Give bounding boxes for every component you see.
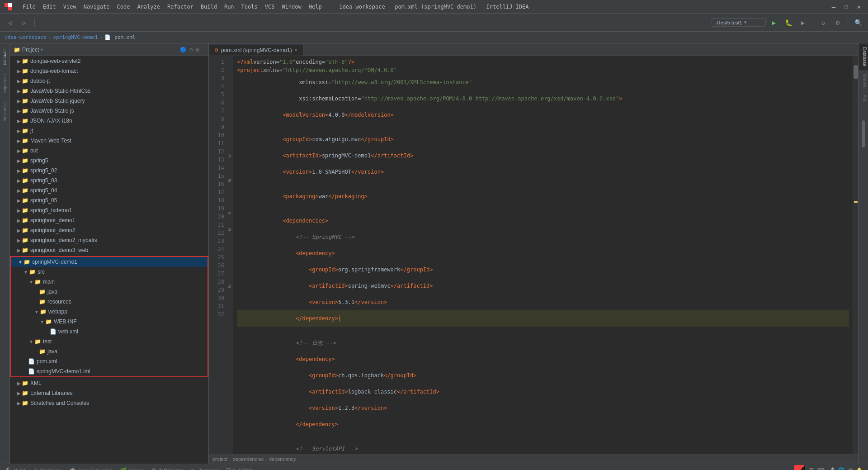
tree-item-spring5-03[interactable]: ▶ 📁 spring5_03	[10, 176, 208, 185]
run-configuration[interactable]: JTest5.test1 ▾	[712, 18, 766, 27]
menu-navigate[interactable]: Navigate	[84, 4, 110, 10]
breadcrumb-project[interactable]: project	[212, 456, 227, 462]
tree-item-webinf[interactable]: ▼ 📁 WEB-INF	[11, 317, 208, 327]
tree-item-springboot-demo2-mybatis[interactable]: ▶ 📁 springboot_demo2_mybatis	[10, 235, 208, 245]
update-button[interactable]: ↻	[817, 16, 830, 29]
breadcrumb-file[interactable]: pom.xml	[114, 34, 135, 40]
tree-item-xml[interactable]: ▶ 📁 XML	[10, 378, 208, 388]
breadcrumb-project[interactable]: springMVC-demo1	[53, 34, 98, 40]
breadcrumb-dependencies[interactable]: dependencies	[233, 456, 264, 462]
minimize-button[interactable]: —	[829, 3, 838, 10]
debug-button[interactable]: 🐛	[782, 16, 795, 29]
code-editor[interactable]: <?xml version="1.0" encoding="UTF-8"?> <…	[233, 56, 853, 454]
item-label: springboot_demo1	[30, 217, 75, 223]
tree-item-springmvc-demo1[interactable]: ▼ 📁 springMVC-demo1	[11, 257, 208, 267]
tree-item-java[interactable]: ▶ 📁 java	[11, 287, 208, 297]
tree-item-test[interactable]: ▼ 📁 test	[11, 337, 208, 347]
menu-code[interactable]: Code	[117, 4, 130, 10]
collapse-all-icon[interactable]: ⊖	[189, 47, 193, 53]
maximize-button[interactable]: ❐	[842, 3, 851, 10]
tree-item-webapp[interactable]: ▼ 📁 webapp	[11, 307, 208, 317]
database-sidebar-item[interactable]: Database	[859, 43, 868, 70]
active-editor-tab[interactable]: ⚙ pom.xml (springMVC-demo1) ×	[209, 44, 303, 56]
tree-item-resources[interactable]: ▶ 📁 resources	[11, 297, 208, 307]
back-button[interactable]: ◁	[4, 16, 16, 29]
menu-window[interactable]: Window	[282, 4, 301, 10]
layout-icon: ▦	[848, 467, 853, 470]
ant-sidebar-item[interactable]: Ant	[859, 91, 868, 105]
tree-item-webxml[interactable]: ▶ 📄 web.xml	[11, 327, 208, 337]
menu-build[interactable]: Build	[201, 4, 217, 10]
tree-item-spring5-04[interactable]: ▶ 📁 spring5_04	[10, 185, 208, 195]
fold-marker-15[interactable]: ⊟	[228, 177, 231, 183]
tree-item-javaweb-js[interactable]: ▶ 📁 JavaWeb-Static-js	[10, 106, 208, 116]
spring-button[interactable]: 🌿 Spring	[117, 465, 147, 470]
tree-item-springboot-demo3-web[interactable]: ▶ 📁 springboot_demo3_web	[10, 245, 208, 255]
maven-sidebar-item[interactable]: Maven	[859, 70, 868, 91]
fold-marker-13[interactable]: ⊟	[228, 153, 231, 159]
tab-close-button[interactable]: ×	[295, 47, 297, 52]
settings-icon[interactable]: ⚙	[196, 47, 199, 53]
tree-item-iml[interactable]: ▶ 📄 springMVC-demo1.iml	[11, 366, 208, 376]
terminal-button[interactable]: >_ Terminal	[188, 465, 222, 470]
tree-item-spring5-02[interactable]: ▶ 📁 spring5_02	[10, 166, 208, 176]
sidebar-item-structure[interactable]: Z:Structure	[2, 98, 8, 125]
menu-edit[interactable]: Edit	[43, 4, 56, 10]
tree-item-jt[interactable]: ▶ 📁 jt	[10, 126, 208, 136]
tree-item-spring5-05[interactable]: ▶ 📁 spring5_05	[10, 195, 208, 205]
menu-help[interactable]: Help	[309, 4, 322, 10]
tree-item-scratches[interactable]: ▶ 📁 Scratches and Consoles	[10, 398, 208, 408]
menu-analyze[interactable]: Analyze	[137, 4, 160, 10]
tree-item-dubbo[interactable]: ▶ 📁 dubbo-jt	[10, 76, 208, 86]
tree-item-src[interactable]: ▼ 📁 src	[11, 267, 208, 277]
run-button[interactable]: ▶	[768, 16, 780, 29]
problems-button[interactable]: ⚠ Problems	[29, 465, 64, 470]
search-button[interactable]: 🔍	[852, 16, 864, 29]
tree-item-test-java[interactable]: ▶ 📁 java	[11, 347, 208, 356]
editor-scrollbar[interactable]	[853, 56, 858, 454]
editor-content[interactable]: 12345 678910 1112131415 1617181920 21222…	[209, 56, 858, 454]
lang-indicator[interactable]: 英	[809, 467, 814, 470]
tree-item-json-ajax[interactable]: ▶ 📁 JSON-AJAX-i18n	[10, 116, 208, 126]
item-label: resources	[47, 299, 71, 305]
menu-file[interactable]: File	[23, 4, 36, 10]
tree-item-springboot-demo2[interactable]: ▶ 📁 springboot_demo2	[10, 225, 208, 235]
tree-item-dongtai-servlet2[interactable]: ▶ 📁 dongtai-web-servlet2	[10, 56, 208, 66]
menu-view[interactable]: View	[63, 4, 76, 10]
tree-item-spring5[interactable]: ▶ 📁 spring5	[10, 156, 208, 166]
hide-icon[interactable]: —	[202, 47, 205, 53]
menu-tools[interactable]: Tools	[241, 4, 258, 10]
code-line-19: </dependency>|	[237, 310, 849, 327]
tree-item-pom-xml[interactable]: ▶ 📄 pom.xml	[11, 356, 208, 366]
sidebar-item-favorites[interactable]: 2:Favorites	[2, 70, 8, 97]
menu-vcs[interactable]: VCS	[265, 4, 275, 10]
scope-icon[interactable]: 🔵	[180, 47, 187, 53]
breadcrumb-dependency[interactable]: dependency	[269, 456, 296, 462]
breadcrumb-workspace[interactable]: idea-workspace	[5, 34, 47, 40]
code-line-5: <modelVersion>4.0.0</modelVersion>	[237, 107, 849, 123]
tree-item-out[interactable]: ▶ 📁 out	[10, 146, 208, 156]
tree-item-javaweb-jquery[interactable]: ▶ 📁 JavaWeb-Static-jquery	[10, 96, 208, 106]
tree-item-spring5-txdemo1[interactable]: ▶ 📁 spring5_txdemo1	[10, 205, 208, 215]
tree-item-javaweb-htmlcss[interactable]: ▶ 📁 JavaWeb-Static-HtmlCss	[10, 86, 208, 96]
menu-refactor[interactable]: Refactor	[167, 4, 193, 10]
tree-item-ext-libs[interactable]: ▶ 📁 External Libraries	[10, 388, 208, 398]
coverage-button[interactable]: ▶	[797, 16, 809, 29]
tree-item-springboot-demo1[interactable]: ▶ 📁 springboot_demo1	[10, 215, 208, 225]
build-button[interactable]: 🔨 Build	[2, 465, 28, 470]
tree-item-dongtai-tomact[interactable]: ▶ 📁 dongtai-web-tomact	[10, 66, 208, 76]
fold-marker-29[interactable]: ⊟	[228, 283, 231, 289]
forward-button[interactable]: ▷	[18, 16, 31, 29]
tree-item-main[interactable]: ▼ 📁 main	[11, 277, 208, 287]
editor-gutter: ⊟ ⊟ ⊟ ⊟ ⚠	[227, 56, 233, 454]
menu-run[interactable]: Run	[224, 4, 234, 10]
iml-file-icon: 📄	[28, 368, 35, 375]
close-button[interactable]: ✕	[854, 3, 863, 10]
todo-button[interactable]: ☑ 6: TODO	[222, 465, 256, 470]
fold-marker-22[interactable]: ⊟	[228, 226, 231, 232]
tree-item-maven-web[interactable]: ▶ 📁 Maven-Web-Test	[10, 136, 208, 146]
settings-button[interactable]: ⚙	[831, 16, 844, 29]
services-button[interactable]: ⚙ 8: Services	[148, 465, 186, 470]
sidebar-item-project[interactable]: 1:Project	[2, 45, 8, 69]
java-enterprise-button[interactable]: ☕ Java Enterprise	[66, 465, 116, 470]
